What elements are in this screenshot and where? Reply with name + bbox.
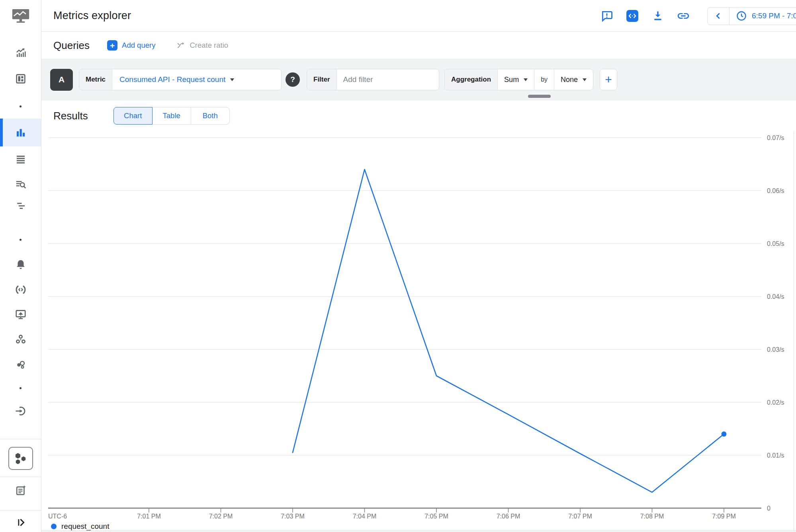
metric-field: Metric Consumed API - Request count	[79, 69, 282, 90]
hexagons-icon	[14, 452, 28, 465]
metric-help-button[interactable]: ?	[286, 72, 300, 87]
metric-value: Consumed API - Request count	[119, 75, 225, 84]
x-axis-label: 7:08 PM	[640, 513, 664, 520]
create-ratio-button[interactable]: Create ratio	[176, 41, 228, 50]
time-range-control: 6:59 PM - 7:0	[707, 7, 796, 25]
sidebar-item-groups[interactable]	[0, 326, 41, 353]
sidebar-item-release-notes[interactable]	[0, 477, 41, 504]
y-axis-label: 0	[767, 505, 771, 512]
x-axis-label: 7:06 PM	[497, 513, 520, 520]
monitoring-logo[interactable]	[0, 0, 41, 32]
sidebar-item-metrics-explorer[interactable]	[0, 119, 41, 146]
time-range-button[interactable]: 6:59 PM - 7:0	[730, 10, 796, 21]
aggregation-field: Aggregation Sum by None	[444, 69, 593, 90]
chart-legend[interactable]: request_count	[51, 522, 109, 531]
dot-icon	[20, 105, 22, 107]
queries-section: Queries + Add query Create ratio	[41, 32, 796, 59]
results-title: Results	[53, 110, 88, 122]
y-axis-label: 0.07/s	[767, 134, 784, 141]
aggregation-selector[interactable]: Sum	[498, 69, 534, 90]
left-nav-sidebar	[0, 0, 41, 532]
panel-drag-handle[interactable]	[528, 95, 551, 98]
sidebar-item-dashboards[interactable]	[0, 66, 41, 92]
bell-icon	[15, 259, 27, 271]
clock-icon	[736, 10, 747, 21]
hexagons-box	[8, 447, 33, 470]
create-ratio-icon	[176, 41, 186, 50]
x-axis-label: 7:09 PM	[712, 513, 736, 520]
caret-down-icon	[230, 78, 234, 81]
screen-share-icon	[15, 308, 27, 320]
metric-selector[interactable]: Consumed API - Request count	[112, 69, 241, 90]
trace-lines-icon	[15, 200, 27, 212]
sidebar-item-list[interactable]	[0, 146, 41, 172]
legend-label: request_count	[61, 522, 109, 531]
feedback-button[interactable]	[600, 9, 614, 23]
caret-down-icon	[583, 78, 587, 81]
three-circles-icon	[15, 333, 27, 345]
trending-chart-icon	[15, 47, 27, 59]
time-range-back-button[interactable]	[708, 8, 729, 25]
sidebar-item-services[interactable]	[0, 352, 41, 378]
share-link-button[interactable]	[676, 9, 690, 23]
code-icon	[626, 9, 639, 23]
x-axis-label: 7:07 PM	[568, 513, 592, 520]
sidebar-item-overview[interactable]	[0, 40, 41, 66]
mql-code-button[interactable]	[625, 9, 640, 23]
line-chart: 0.07/s0.06/s0.05/s0.04/s0.03/s0.02/s0.01…	[41, 131, 796, 532]
sidebar-separator-dot	[0, 375, 41, 401]
bottom-panel-edge	[41, 530, 796, 532]
tab-both[interactable]: Both	[191, 107, 230, 125]
add-query-part-button[interactable]: +	[600, 69, 617, 90]
timezone-label: UTC-6	[48, 513, 67, 520]
sidebar-item-hexagons[interactable]	[0, 443, 41, 474]
bar-chart-icon	[15, 127, 27, 138]
sidebar-item-trace[interactable]	[0, 193, 41, 219]
bubbles-icon	[15, 359, 27, 371]
sidebar-item-dashboards-share[interactable]	[0, 301, 41, 327]
sidebar-item-data-ingest[interactable]	[0, 398, 41, 424]
caret-down-icon	[524, 78, 528, 81]
header-actions: 6:59 PM - 7:0	[600, 0, 796, 32]
page-title: Metrics explorer	[53, 10, 131, 22]
results-view-toggle: Chart Table Both	[113, 107, 230, 125]
notes-doc-icon	[15, 485, 27, 497]
create-ratio-label: Create ratio	[190, 41, 228, 50]
aggregation-label: Aggregation	[445, 69, 498, 90]
y-axis-label: 0.03/s	[767, 346, 784, 353]
tab-table[interactable]: Table	[152, 107, 191, 125]
results-section: Results Chart Table Both	[41, 100, 796, 131]
dashboard-icon	[15, 73, 27, 85]
group-by-value: None	[561, 76, 578, 84]
monitoring-logo-icon	[10, 7, 31, 25]
sidebar-separator-dot	[0, 226, 41, 253]
sidebar-separator-dot	[0, 93, 41, 119]
x-axis-label: 7:01 PM	[137, 513, 161, 520]
sidebar-expand-button[interactable]	[0, 513, 41, 532]
group-by-selector[interactable]: None	[554, 69, 593, 90]
app-header: Metrics explorer	[41, 0, 796, 32]
query-letter-badge: A	[50, 69, 73, 91]
sidebar-item-uptime-checks[interactable]	[0, 277, 41, 303]
download-button[interactable]	[651, 9, 665, 23]
sidebar-item-alerting[interactable]	[0, 251, 41, 278]
y-axis-label: 0.01/s	[767, 452, 784, 459]
chart-right-border	[794, 131, 794, 532]
list-lines-icon	[15, 153, 27, 165]
add-query-button[interactable]: + Add query	[107, 40, 155, 51]
y-axis-label: 0.05/s	[767, 240, 784, 247]
dot-icon	[20, 387, 22, 389]
tab-chart[interactable]: Chart	[113, 107, 153, 125]
filter-label: Filter	[307, 69, 337, 90]
filter-input[interactable]	[337, 69, 439, 90]
sidebar-divider	[0, 477, 41, 477]
series-line	[293, 170, 724, 492]
y-axis-label: 0.02/s	[767, 399, 784, 406]
legend-swatch	[51, 524, 57, 529]
dot-icon	[20, 239, 22, 241]
x-axis-label: 7:05 PM	[424, 513, 448, 520]
sidebar-divider	[0, 510, 41, 511]
feedback-icon	[600, 10, 613, 22]
y-axis-label: 0.06/s	[767, 187, 784, 194]
results-chart-area: 0.07/s0.06/s0.05/s0.04/s0.03/s0.02/s0.01…	[41, 131, 796, 532]
